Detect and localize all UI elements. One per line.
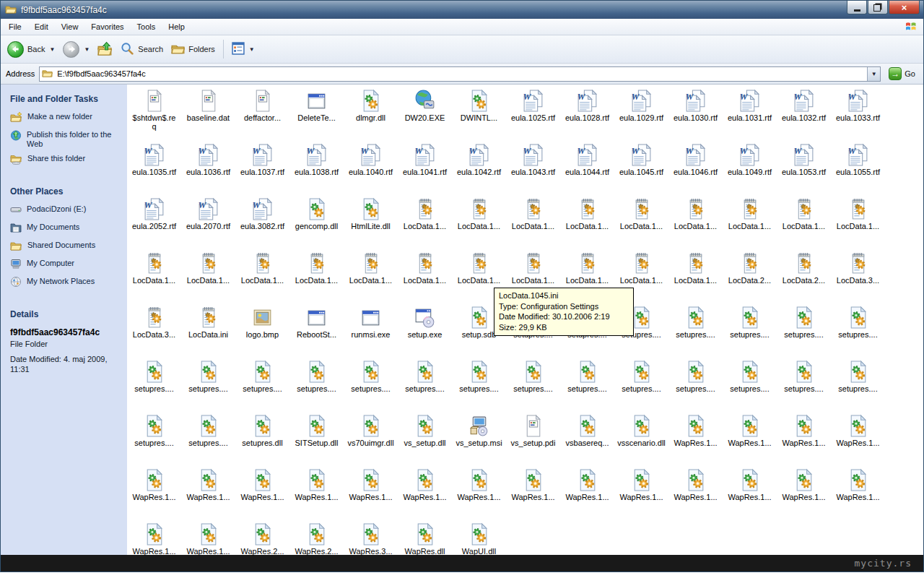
file-item[interactable]: Weula.1032.rtf [777, 86, 831, 140]
file-item[interactable]: Weula.1043.rtf [506, 140, 560, 194]
file-item[interactable]: Weula.1037.rtf [235, 140, 289, 194]
file-item[interactable]: Weula.1028.rtf [560, 86, 614, 140]
menu-item-help[interactable]: Help [162, 20, 191, 33]
file-item[interactable]: WapRes.1... [289, 465, 344, 519]
file-item[interactable]: setupres.... [614, 357, 668, 411]
menu-item-favorites[interactable]: Favorites [84, 20, 130, 33]
file-item[interactable]: LocData.1... [398, 194, 452, 249]
file-item[interactable]: setupres.... [723, 357, 777, 411]
file-item[interactable]: vs_setup.dll [398, 411, 452, 465]
file-item[interactable]: Weula.2052.rtf [127, 194, 181, 249]
minimize-button[interactable] [847, 1, 867, 14]
sidebar-item[interactable]: My Computer [10, 259, 121, 272]
file-item[interactable]: LocData.1... [127, 249, 181, 303]
forward-button[interactable]: ▼ [59, 39, 93, 60]
file-item[interactable]: LocData.1... [668, 249, 723, 303]
file-item[interactable]: WapRes.2... [235, 519, 289, 574]
file-item[interactable]: LocData.1... [181, 249, 235, 303]
file-item[interactable]: Weula.1044.rtf [560, 140, 614, 194]
file-item[interactable]: setupres.... [344, 357, 398, 411]
file-item[interactable]: Weula.1030.rtf [668, 86, 723, 140]
file-item[interactable]: WapRes.2... [289, 519, 344, 574]
go-button[interactable]: → Go [885, 66, 921, 82]
file-item[interactable]: WapRes.1... [452, 465, 506, 519]
menu-item-tools[interactable]: Tools [131, 20, 162, 33]
file-item[interactable]: DWINTL... [452, 86, 506, 140]
back-button[interactable]: Back ▼ [4, 39, 58, 60]
file-item[interactable]: LocData.1... [723, 194, 777, 249]
file-item[interactable]: LocData.1... [289, 249, 344, 303]
file-item[interactable]: LocData.1... [506, 194, 560, 249]
file-item[interactable]: WapRes.1... [398, 465, 452, 519]
sidebar-item[interactable]: My Network Places [10, 277, 121, 290]
sidebar-item[interactable]: Make a new folder [10, 112, 121, 125]
address-dropdown-icon[interactable]: ▼ [867, 67, 880, 81]
file-item[interactable]: dlmgr.dll [344, 86, 398, 140]
file-item[interactable]: setupres.... [289, 357, 344, 411]
restore-button[interactable] [868, 1, 888, 14]
file-item[interactable]: setupres.... [181, 357, 235, 411]
file-item[interactable]: LocData.1... [614, 194, 668, 249]
file-item[interactable]: LocData.2... [723, 249, 777, 303]
file-item[interactable]: logo.bmp [235, 303, 289, 357]
folders-button[interactable]: Folders [167, 40, 219, 59]
file-item[interactable]: WapRes.1... [127, 465, 181, 519]
file-item[interactable]: WapRes.1... [777, 465, 831, 519]
sidebar-item[interactable]: PodaciDzoni (E:) [10, 204, 121, 217]
file-item[interactable]: Weula.1033.rtf [831, 86, 885, 140]
file-item[interactable]: WapRes.1... [560, 465, 614, 519]
file-item[interactable]: WapRes.1... [181, 465, 235, 519]
file-item[interactable]: WapRes.1... [614, 465, 668, 519]
file-item[interactable]: setupres.... [127, 357, 181, 411]
file-item[interactable]: setupres.... [398, 357, 452, 411]
file-item[interactable]: HtmlLite.dll [344, 194, 398, 249]
file-item[interactable]: WapUI.dll [452, 519, 506, 574]
file-item[interactable]: Weula.3082.rtf [235, 194, 289, 249]
file-item[interactable]: WapRes.1... [831, 465, 885, 519]
file-item[interactable]: LocData.1... [452, 194, 506, 249]
file-item[interactable]: Weula.1025.rtf [506, 86, 560, 140]
file-item[interactable]: LocData.1... [668, 194, 723, 249]
views-button[interactable]: ▼ [228, 40, 258, 59]
file-item[interactable]: setupres.... [831, 357, 885, 411]
file-item[interactable]: WapRes.1... [127, 519, 181, 574]
file-item[interactable]: DW20.EXE [398, 86, 452, 140]
file-item[interactable]: WapRes.3... [344, 519, 398, 574]
file-item[interactable]: Weula.2070.rtf [181, 194, 235, 249]
file-item[interactable]: Weula.1031.rtf [723, 86, 777, 140]
file-item[interactable]: WapRes.dll [398, 519, 452, 574]
file-item[interactable]: Weula.1040.rtf [344, 140, 398, 194]
file-item[interactable]: LocData.1... [398, 249, 452, 303]
address-input[interactable] [56, 69, 864, 79]
file-item[interactable]: setupres.dll [235, 411, 289, 465]
file-item[interactable]: vsbasereq... [560, 411, 614, 465]
file-item[interactable]: SITSetup.dll [289, 411, 344, 465]
file-item[interactable]: WapRes.1... [831, 411, 885, 465]
file-item[interactable]: WapRes.1... [181, 519, 235, 574]
file-item[interactable]: DeleteTe... [289, 86, 344, 140]
file-item[interactable]: Weula.1053.rtf [777, 140, 831, 194]
close-button[interactable]: × [889, 1, 920, 14]
file-item[interactable]: WapRes.1... [344, 465, 398, 519]
file-item[interactable]: Weula.1035.rtf [127, 140, 181, 194]
file-item[interactable]: WapRes.1... [506, 465, 560, 519]
sidebar-item[interactable]: My Documents [10, 223, 121, 236]
file-item[interactable]: vs70uimgr.dll [344, 411, 398, 465]
file-item[interactable]: LocData.1... [831, 194, 885, 249]
file-item[interactable]: WapRes.1... [668, 411, 723, 465]
sidebar-item[interactable]: Share this folder [10, 154, 121, 167]
file-item[interactable]: LocData.1... [777, 194, 831, 249]
file-item[interactable]: WapRes.1... [723, 411, 777, 465]
menu-item-edit[interactable]: Edit [28, 20, 55, 33]
file-item[interactable]: WapRes.1... [723, 465, 777, 519]
file-item[interactable]: runmsi.exe [344, 303, 398, 357]
file-item[interactable]: setupres.... [560, 357, 614, 411]
menu-item-view[interactable]: View [55, 20, 85, 33]
file-item[interactable]: setupres.... [127, 411, 181, 465]
file-item[interactable]: setupres.... [668, 303, 723, 357]
file-item[interactable]: LocData.2... [777, 249, 831, 303]
file-item[interactable]: LocData.1... [235, 249, 289, 303]
forward-dropdown-icon[interactable]: ▼ [84, 46, 90, 53]
file-item[interactable]: LocData.3... [127, 303, 181, 357]
file-item[interactable]: LocData.3... [831, 249, 885, 303]
